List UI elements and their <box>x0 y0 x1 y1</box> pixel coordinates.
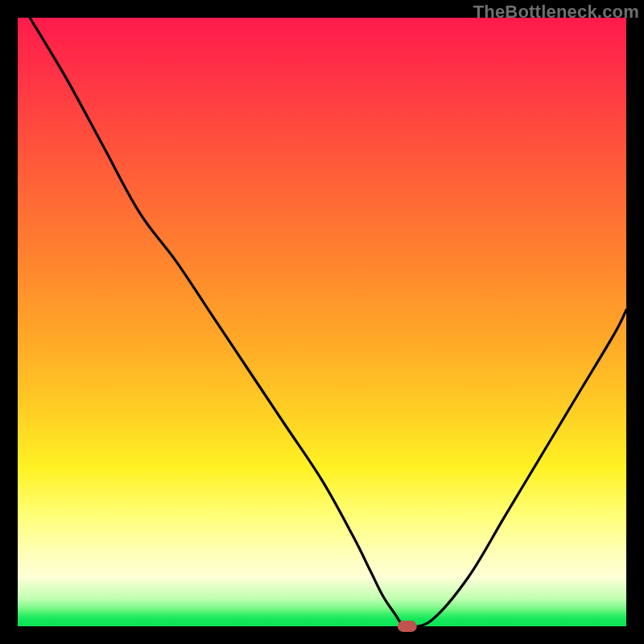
chart-overlay <box>18 18 626 626</box>
optimal-point-marker <box>398 621 417 632</box>
bottleneck-curve <box>30 18 626 626</box>
chart-stage: TheBottleneck.com <box>0 0 644 644</box>
